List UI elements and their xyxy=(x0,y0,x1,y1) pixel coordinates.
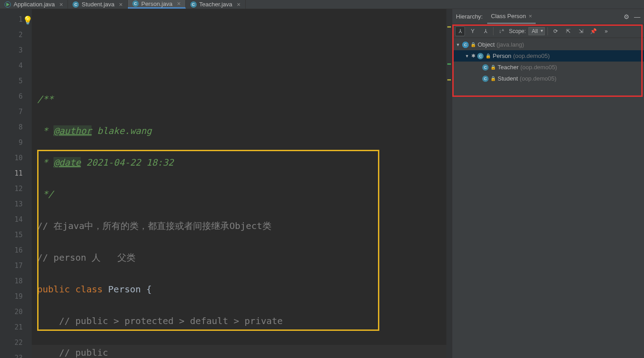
line-number: 17 xyxy=(0,258,32,273)
tab-application[interactable]: Application.java × xyxy=(0,0,68,9)
line-number: 8 xyxy=(0,119,32,135)
pin-icon[interactable]: 📌 xyxy=(589,26,599,36)
tab-person[interactable]: C Person.java × xyxy=(128,0,186,9)
tree-row[interactable]: ▼ C 🔒 Object (java.lang) xyxy=(452,39,644,50)
sort-icon[interactable]: ↓ᴬ xyxy=(496,26,506,36)
line-number: 20 xyxy=(0,304,32,320)
class-icon: C xyxy=(482,64,489,71)
close-icon[interactable]: × xyxy=(177,0,180,7)
tree-row[interactable]: ▼ ✱ C 🔒 Person (oop.demo05) xyxy=(452,50,644,62)
line-number: 12 xyxy=(0,181,32,196)
comment: // 在java中，所有的类，都直接或者间接继承Object类 xyxy=(37,220,271,231)
line-number: 9 xyxy=(0,135,32,150)
line-number: 10 xyxy=(0,150,32,166)
line-number: 19 xyxy=(0,289,32,304)
class-icon: C xyxy=(477,53,484,59)
run-icon xyxy=(5,1,11,8)
tree-package: (oop.demo05) xyxy=(520,64,557,71)
intention-bulb-icon[interactable]: 💡 xyxy=(23,13,30,20)
line-number: 18 xyxy=(0,273,32,289)
editor-tabs: Application.java × C Student.java × C Pe… xyxy=(0,0,644,9)
javadoc-tag: @author xyxy=(53,125,92,136)
tree-row[interactable]: C 🔒 Student (oop.demo05) xyxy=(452,73,644,84)
doc-comment: /** xyxy=(37,94,53,105)
line-number: 16 xyxy=(0,243,32,258)
line-number: 2 xyxy=(0,27,32,43)
tree-package: (oop.demo05) xyxy=(520,75,557,82)
class-icon: C xyxy=(482,76,489,82)
hierarchy-tab[interactable]: Class Person × xyxy=(487,9,536,24)
autoscroll-icon[interactable]: ⇱ xyxy=(563,26,573,36)
scope-dropdown[interactable]: All xyxy=(528,27,544,35)
tree-label: Student xyxy=(498,75,518,82)
editor-marker-strip[interactable] xyxy=(446,9,452,358)
line-number: 5 xyxy=(0,73,32,89)
tree-package: (java.lang) xyxy=(497,41,524,48)
lock-icon: 🔒 xyxy=(490,76,496,81)
line-number: 11 xyxy=(0,166,32,181)
tab-label: Student.java xyxy=(82,1,114,8)
scope-label: Scope: xyxy=(509,28,526,34)
hierarchy-tree: ▼ C 🔒 Object (java.lang) ▼ ✱ C 🔒 Person … xyxy=(452,38,644,84)
minimize-icon[interactable]: — xyxy=(634,13,640,20)
class-hierarchy-icon[interactable]: ⅄ xyxy=(455,26,465,36)
hierarchy-tab-label: Class Person xyxy=(491,13,526,19)
gutter: 1 2 3 4 5 6 7 8 9 10 11 12 13 14 15 16 1… xyxy=(0,9,32,358)
tree-label: Teacher xyxy=(498,64,518,71)
lock-icon: 🔒 xyxy=(470,42,476,47)
line-number: 4 xyxy=(0,58,32,73)
line-number: 6 xyxy=(0,89,32,104)
code-area[interactable]: /** * @author blake.wang * @date 2021-04… xyxy=(32,9,446,358)
subtypes-icon[interactable]: ⅄ xyxy=(480,26,490,36)
line-number: 15 xyxy=(0,227,32,243)
line-number: 14 xyxy=(0,212,32,227)
line-number: 3 xyxy=(0,43,32,58)
close-icon[interactable]: × xyxy=(237,1,241,8)
class-icon: C xyxy=(190,1,197,8)
close-icon[interactable]: × xyxy=(529,13,533,19)
hierarchy-header: Hierarchy: Class Person × ⚙ — xyxy=(452,9,644,24)
tab-label: Person.java xyxy=(141,0,173,7)
close-icon[interactable]: × xyxy=(59,1,63,8)
class-icon: C xyxy=(132,0,139,7)
hierarchy-panel: Hierarchy: Class Person × ⚙ — ⅄ Y ⅄ ↓ᴬ S… xyxy=(452,9,644,358)
line-number: 21 xyxy=(0,320,32,335)
tree-label: Person xyxy=(493,53,511,59)
class-icon: C xyxy=(73,1,79,8)
line-number: 13 xyxy=(0,196,32,212)
tree-row[interactable]: C 🔒 Teacher (oop.demo05) xyxy=(452,62,644,73)
close-icon[interactable]: × xyxy=(119,1,123,8)
code-editor[interactable]: 1 2 3 4 5 6 7 8 9 10 11 12 13 14 15 16 1… xyxy=(0,9,452,358)
line-number: 7 xyxy=(0,104,32,119)
refresh-icon[interactable]: ⟳ xyxy=(551,26,561,36)
more-icon[interactable]: » xyxy=(601,26,611,36)
expand-icon[interactable]: ▼ xyxy=(456,43,460,47)
tab-teacher[interactable]: C Teacher.java × xyxy=(186,0,246,9)
hierarchy-title: Hierarchy: xyxy=(456,13,483,20)
tab-student[interactable]: C Student.java × xyxy=(68,0,127,9)
comment: // person 人 父类 xyxy=(37,252,136,263)
class-icon: C xyxy=(462,42,469,48)
lock-icon: 🔒 xyxy=(485,53,491,58)
star-icon: ✱ xyxy=(471,53,475,59)
tab-label: Teacher.java xyxy=(199,1,232,8)
supertypes-icon[interactable]: Y xyxy=(468,26,478,36)
lock-icon: 🔒 xyxy=(490,65,496,70)
gear-icon[interactable]: ⚙ xyxy=(624,13,629,20)
tab-label: Application.java xyxy=(14,1,55,8)
expand-icon[interactable]: ▼ xyxy=(465,54,470,58)
tree-label: Object xyxy=(478,41,495,48)
line-number: 22 xyxy=(0,335,32,350)
hierarchy-toolbar: ⅄ Y ⅄ ↓ᴬ Scope: All ⟳ ⇱ ⇲ 📌 » xyxy=(452,24,644,38)
tree-package: (oop.demo05) xyxy=(513,53,550,59)
expand-icon[interactable]: ⇲ xyxy=(576,26,586,36)
highlight-annotation xyxy=(37,150,379,331)
javadoc-tag: @date xyxy=(53,157,81,168)
line-number: 23 xyxy=(0,350,32,358)
